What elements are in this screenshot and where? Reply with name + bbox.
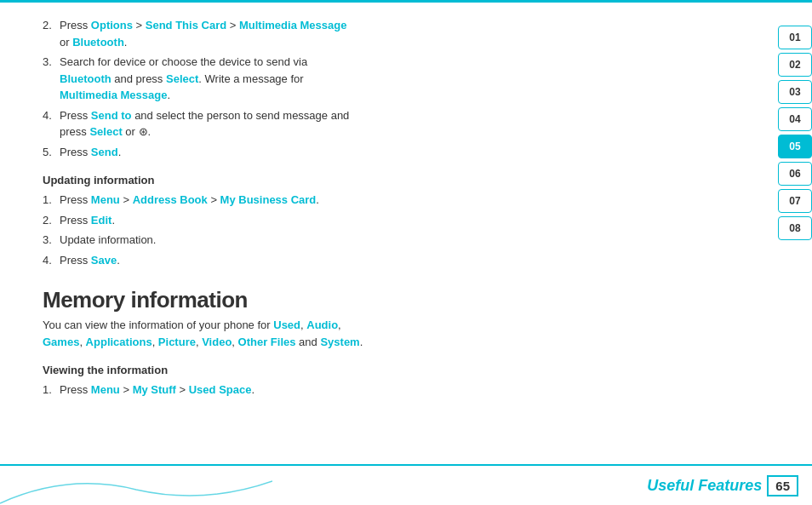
step-2: 2. Press Options > Send This Card > Mult…	[43, 17, 761, 50]
link-address-book: Address Book	[133, 193, 208, 206]
page-number: 65	[767, 475, 798, 496]
link-edit: Edit	[91, 214, 112, 227]
updating-step-content-3: Update information.	[60, 232, 761, 249]
step-content-3: Search for device or choose the device t…	[60, 54, 761, 104]
page-container: 01 02 03 04 05 06 07 08 2. Press Options…	[0, 0, 812, 505]
main-content: 2. Press Options > Send This Card > Mult…	[43, 17, 761, 454]
updating-step-num-1: 1.	[43, 192, 60, 209]
link-bluetooth-1: Bluetooth	[72, 36, 124, 49]
link-options: Options	[91, 19, 133, 32]
updating-step-num-3: 3.	[43, 232, 60, 249]
footer-label: Useful Features	[647, 477, 762, 495]
link-video: Video	[202, 336, 232, 348]
link-menu-1: Menu	[91, 193, 120, 206]
sidebar: 01 02 03 04 05 06 07 08	[771, 0, 812, 505]
link-my-business-card: My Business Card	[220, 193, 317, 206]
step-num-2: 2.	[43, 17, 60, 50]
step-4: 4. Press Send to and select the person t…	[43, 107, 761, 141]
updating-step-3: 3. Update information.	[43, 232, 761, 249]
step-5: 5. Press Send.	[43, 144, 761, 161]
link-save: Save	[91, 254, 117, 267]
link-picture: Picture	[158, 336, 196, 348]
sidebar-item-06[interactable]: 06	[778, 162, 812, 186]
link-bluetooth-2: Bluetooth	[60, 72, 112, 85]
viewing-step-1: 1. Press Menu > My Stuff > Used Space.	[43, 382, 761, 399]
sidebar-item-05[interactable]: 05	[778, 135, 812, 158]
step-num-5: 5.	[43, 144, 60, 161]
link-menu-2: Menu	[91, 383, 120, 396]
link-used-space: Used Space	[189, 383, 252, 396]
sidebar-item-02[interactable]: 02	[778, 53, 812, 77]
footer-text: Useful Features 65	[647, 475, 798, 496]
link-audio: Audio	[306, 318, 338, 331]
updating-step-1: 1. Press Menu > Address Book > My Busine…	[43, 192, 761, 209]
link-system: System	[320, 336, 359, 348]
bottom-curve-decoration	[0, 464, 272, 505]
memory-heading: Memory information	[43, 287, 761, 313]
step-3: 3. Search for device or choose the devic…	[43, 54, 761, 104]
link-multimedia-message-1: Multimedia Message	[239, 19, 346, 32]
updating-heading: Updating information	[43, 174, 761, 187]
updating-step-content-2: Press Edit.	[60, 212, 761, 229]
link-multimedia-message-2: Multimedia Message	[60, 89, 167, 101]
link-select-2: Select	[89, 125, 122, 138]
link-used: Used	[273, 318, 300, 331]
step-num-4: 4.	[43, 107, 60, 141]
link-other-files: Other Files	[238, 336, 296, 348]
updating-step-num-4: 4.	[43, 252, 60, 269]
viewing-step-num-1: 1.	[43, 382, 60, 399]
viewing-step-content-1: Press Menu > My Stuff > Used Space.	[60, 382, 761, 399]
sidebar-item-08[interactable]: 08	[778, 216, 812, 240]
updating-step-num-2: 2.	[43, 212, 60, 229]
link-games: Games	[43, 336, 79, 348]
bottom-bar: Useful Features 65	[0, 464, 812, 505]
sidebar-item-04[interactable]: 04	[778, 107, 812, 131]
step-content-2: Press Options > Send This Card > Multime…	[60, 17, 761, 50]
link-my-stuff: My Stuff	[133, 383, 176, 396]
link-send-this-card: Send This Card	[146, 19, 226, 32]
sidebar-item-01[interactable]: 01	[778, 26, 812, 49]
top-border	[0, 0, 812, 3]
sidebar-item-03[interactable]: 03	[778, 80, 812, 104]
step-content-4: Press Send to and select the person to s…	[60, 107, 761, 141]
sidebar-item-07[interactable]: 07	[778, 189, 812, 213]
link-send-to: Send to	[91, 109, 132, 122]
updating-step-content-1: Press Menu > Address Book > My Business …	[60, 192, 761, 209]
link-send: Send	[91, 146, 118, 158]
updating-step-4: 4. Press Save.	[43, 252, 761, 269]
link-select-1: Select	[166, 72, 198, 85]
updating-step-2: 2. Press Edit.	[43, 212, 761, 229]
link-applications: Applications	[86, 336, 152, 348]
updating-step-content-4: Press Save.	[60, 252, 761, 269]
step-num-3: 3.	[43, 54, 60, 104]
spiral-icon: ⊛	[139, 125, 148, 138]
viewing-heading: Viewing the information	[43, 364, 761, 376]
step-content-5: Press Send.	[60, 144, 761, 161]
memory-description: You can view the information of your pho…	[43, 317, 761, 350]
